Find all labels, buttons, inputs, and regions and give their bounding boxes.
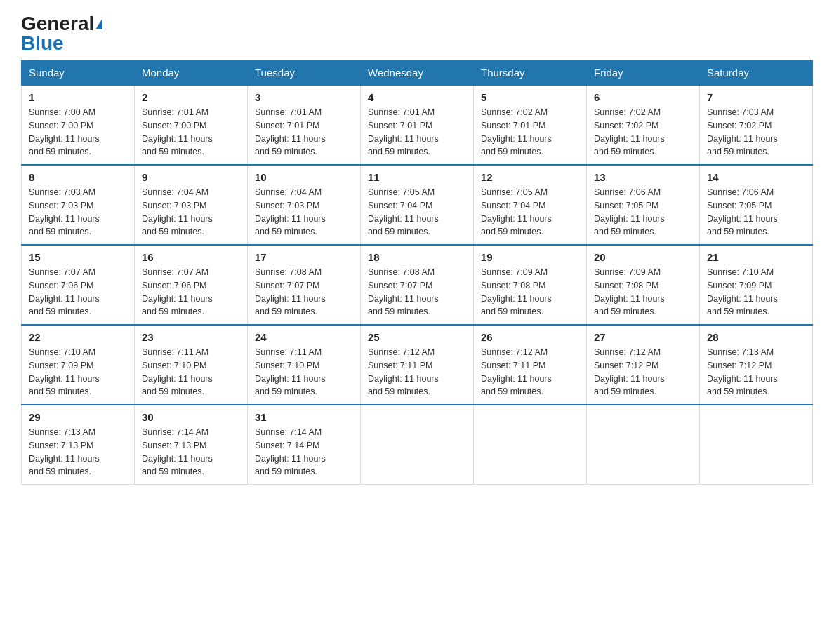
calendar-cell: 10 Sunrise: 7:04 AM Sunset: 7:03 PM Dayl… [248,165,361,245]
calendar-week-row: 22 Sunrise: 7:10 AM Sunset: 7:09 PM Dayl… [22,325,813,405]
day-info: Sunrise: 7:07 AM Sunset: 7:06 PM Dayligh… [29,266,127,318]
calendar-cell: 31 Sunrise: 7:14 AM Sunset: 7:14 PM Dayl… [248,405,361,485]
calendar-cell: 23 Sunrise: 7:11 AM Sunset: 7:10 PM Dayl… [135,325,248,405]
day-info: Sunrise: 7:01 AM Sunset: 7:01 PM Dayligh… [368,106,466,159]
day-info: Sunrise: 7:12 AM Sunset: 7:11 PM Dayligh… [368,346,466,398]
day-info: Sunrise: 7:01 AM Sunset: 7:01 PM Dayligh… [255,106,353,159]
calendar-cell: 4 Sunrise: 7:01 AM Sunset: 7:01 PM Dayli… [361,85,474,165]
calendar-cell: 18 Sunrise: 7:08 AM Sunset: 7:07 PM Dayl… [361,245,474,325]
day-number: 13 [594,171,692,183]
calendar-cell [587,405,700,485]
calendar-table: SundayMondayTuesdayWednesdayThursdayFrid… [21,60,813,485]
calendar-week-row: 1 Sunrise: 7:00 AM Sunset: 7:00 PM Dayli… [22,85,813,165]
calendar-cell: 17 Sunrise: 7:08 AM Sunset: 7:07 PM Dayl… [248,245,361,325]
column-header-monday: Monday [135,61,248,86]
day-number: 9 [142,171,240,183]
day-info: Sunrise: 7:04 AM Sunset: 7:03 PM Dayligh… [142,186,240,239]
day-info: Sunrise: 7:11 AM Sunset: 7:10 PM Dayligh… [255,346,353,398]
column-header-saturday: Saturday [700,61,813,86]
day-info: Sunrise: 7:12 AM Sunset: 7:12 PM Dayligh… [594,346,692,398]
day-number: 26 [481,331,579,343]
day-info: Sunrise: 7:05 AM Sunset: 7:04 PM Dayligh… [481,186,579,239]
calendar-cell: 15 Sunrise: 7:07 AM Sunset: 7:06 PM Dayl… [22,245,135,325]
calendar-cell: 22 Sunrise: 7:10 AM Sunset: 7:09 PM Dayl… [22,325,135,405]
calendar-cell: 26 Sunrise: 7:12 AM Sunset: 7:11 PM Dayl… [474,325,587,405]
day-number: 8 [29,171,127,183]
column-header-thursday: Thursday [474,61,587,86]
logo: General Blue [21,14,102,53]
logo-general-text: General [21,14,102,34]
day-number: 31 [255,411,353,423]
calendar-cell: 19 Sunrise: 7:09 AM Sunset: 7:08 PM Dayl… [474,245,587,325]
calendar-week-row: 8 Sunrise: 7:03 AM Sunset: 7:03 PM Dayli… [22,165,813,245]
day-info: Sunrise: 7:11 AM Sunset: 7:10 PM Dayligh… [142,346,240,398]
day-number: 11 [368,171,466,183]
column-header-tuesday: Tuesday [248,61,361,86]
day-info: Sunrise: 7:09 AM Sunset: 7:08 PM Dayligh… [481,266,579,318]
calendar-cell: 28 Sunrise: 7:13 AM Sunset: 7:12 PM Dayl… [700,325,813,405]
day-number: 6 [594,91,692,103]
day-info: Sunrise: 7:02 AM Sunset: 7:02 PM Dayligh… [594,106,692,159]
calendar-week-row: 15 Sunrise: 7:07 AM Sunset: 7:06 PM Dayl… [22,245,813,325]
day-info: Sunrise: 7:01 AM Sunset: 7:00 PM Dayligh… [142,106,240,159]
calendar-cell: 1 Sunrise: 7:00 AM Sunset: 7:00 PM Dayli… [22,85,135,165]
column-header-wednesday: Wednesday [361,61,474,86]
day-number: 2 [142,91,240,103]
day-info: Sunrise: 7:08 AM Sunset: 7:07 PM Dayligh… [255,266,353,318]
day-number: 10 [255,171,353,183]
calendar-cell: 6 Sunrise: 7:02 AM Sunset: 7:02 PM Dayli… [587,85,700,165]
day-number: 1 [29,91,127,103]
day-number: 22 [29,331,127,343]
calendar-cell: 11 Sunrise: 7:05 AM Sunset: 7:04 PM Dayl… [361,165,474,245]
day-number: 29 [29,411,127,423]
day-number: 3 [255,91,353,103]
calendar-cell [700,405,813,485]
calendar-cell [361,405,474,485]
day-info: Sunrise: 7:10 AM Sunset: 7:09 PM Dayligh… [29,346,127,398]
calendar-cell [474,405,587,485]
day-number: 15 [29,251,127,263]
day-number: 16 [142,251,240,263]
day-number: 20 [594,251,692,263]
day-info: Sunrise: 7:13 AM Sunset: 7:13 PM Dayligh… [29,426,127,478]
day-info: Sunrise: 7:02 AM Sunset: 7:01 PM Dayligh… [481,106,579,159]
day-number: 30 [142,411,240,423]
calendar-cell: 12 Sunrise: 7:05 AM Sunset: 7:04 PM Dayl… [474,165,587,245]
day-number: 19 [481,251,579,263]
calendar-cell: 14 Sunrise: 7:06 AM Sunset: 7:05 PM Dayl… [700,165,813,245]
day-info: Sunrise: 7:06 AM Sunset: 7:05 PM Dayligh… [594,186,692,239]
day-info: Sunrise: 7:07 AM Sunset: 7:06 PM Dayligh… [142,266,240,318]
day-number: 21 [707,251,805,263]
calendar-cell: 24 Sunrise: 7:11 AM Sunset: 7:10 PM Dayl… [248,325,361,405]
calendar-cell: 30 Sunrise: 7:14 AM Sunset: 7:13 PM Dayl… [135,405,248,485]
calendar-cell: 9 Sunrise: 7:04 AM Sunset: 7:03 PM Dayli… [135,165,248,245]
day-info: Sunrise: 7:06 AM Sunset: 7:05 PM Dayligh… [707,186,805,239]
day-info: Sunrise: 7:13 AM Sunset: 7:12 PM Dayligh… [707,346,805,398]
day-info: Sunrise: 7:04 AM Sunset: 7:03 PM Dayligh… [255,186,353,239]
day-info: Sunrise: 7:03 AM Sunset: 7:03 PM Dayligh… [29,186,127,239]
calendar-cell: 25 Sunrise: 7:12 AM Sunset: 7:11 PM Dayl… [361,325,474,405]
day-info: Sunrise: 7:03 AM Sunset: 7:02 PM Dayligh… [707,106,805,159]
column-header-sunday: Sunday [22,61,135,86]
calendar-week-row: 29 Sunrise: 7:13 AM Sunset: 7:13 PM Dayl… [22,405,813,485]
day-number: 7 [707,91,805,103]
calendar-cell: 2 Sunrise: 7:01 AM Sunset: 7:00 PM Dayli… [135,85,248,165]
day-number: 25 [368,331,466,343]
calendar-header-row: SundayMondayTuesdayWednesdayThursdayFrid… [22,61,813,86]
day-number: 12 [481,171,579,183]
calendar-cell: 3 Sunrise: 7:01 AM Sunset: 7:01 PM Dayli… [248,85,361,165]
day-info: Sunrise: 7:10 AM Sunset: 7:09 PM Dayligh… [707,266,805,318]
day-number: 5 [481,91,579,103]
day-info: Sunrise: 7:00 AM Sunset: 7:00 PM Dayligh… [29,106,127,159]
calendar-cell: 20 Sunrise: 7:09 AM Sunset: 7:08 PM Dayl… [587,245,700,325]
day-number: 18 [368,251,466,263]
day-number: 24 [255,331,353,343]
day-number: 14 [707,171,805,183]
day-number: 27 [594,331,692,343]
page-header: General Blue [21,14,813,53]
day-number: 4 [368,91,466,103]
day-info: Sunrise: 7:14 AM Sunset: 7:14 PM Dayligh… [255,426,353,478]
column-header-friday: Friday [587,61,700,86]
day-info: Sunrise: 7:08 AM Sunset: 7:07 PM Dayligh… [368,266,466,318]
calendar-cell: 5 Sunrise: 7:02 AM Sunset: 7:01 PM Dayli… [474,85,587,165]
